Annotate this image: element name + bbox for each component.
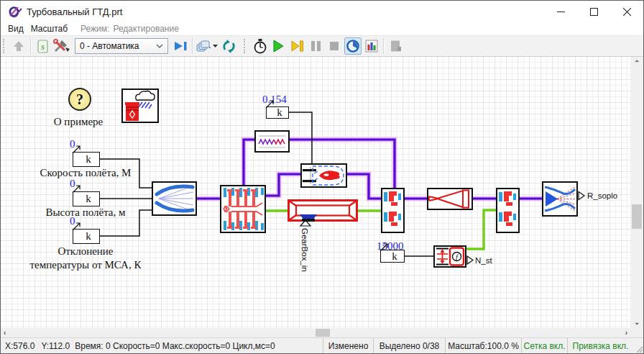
status-snap-toggle[interactable]: Привязка вкл. bbox=[567, 338, 633, 353]
run-button[interactable] bbox=[270, 37, 287, 55]
const-speed-label: Скорость полёта, М bbox=[28, 167, 143, 179]
horizontal-scrollbar-thumb[interactable] bbox=[316, 329, 330, 337]
const-temp-block[interactable]: k bbox=[73, 229, 100, 244]
k-symbol: k bbox=[86, 153, 91, 165]
mode-label: Режим: bbox=[80, 24, 109, 34]
stop-button[interactable] bbox=[326, 37, 343, 55]
const-speed-block[interactable]: k bbox=[73, 152, 100, 167]
intake-block[interactable] bbox=[152, 181, 197, 216]
script-button[interactable]: s bbox=[34, 37, 51, 55]
vertical-scrollbar-thumb[interactable] bbox=[632, 204, 642, 229]
load-icon: f bbox=[435, 247, 465, 266]
scroll-left-icon[interactable]: ‹ bbox=[4, 330, 6, 337]
scroll-up-icon[interactable]: ⌃ bbox=[634, 60, 640, 67]
load-block[interactable]: f bbox=[433, 245, 466, 268]
const-temp-label-1: Отклонение bbox=[28, 245, 143, 258]
mode-value[interactable]: Редактирование bbox=[113, 24, 178, 34]
chevron-down-icon bbox=[155, 44, 167, 48]
combustor-icon bbox=[302, 165, 346, 186]
label-flag-icon bbox=[70, 144, 82, 154]
scroll-right-icon[interactable]: › bbox=[625, 330, 627, 337]
scrollbar-corner bbox=[630, 328, 643, 337]
compressor-turbine-block[interactable] bbox=[381, 188, 405, 233]
stop-icon bbox=[328, 40, 340, 53]
toolbar-separator bbox=[192, 38, 193, 54]
const-speed-set-block[interactable]: k bbox=[380, 250, 405, 263]
fuel-atmosphere-block[interactable] bbox=[121, 88, 159, 123]
nozzle-block[interactable] bbox=[542, 181, 578, 217]
step-button[interactable] bbox=[288, 37, 305, 55]
gearbox-port-label: GearBox_in bbox=[300, 228, 309, 272]
step-into-button[interactable] bbox=[172, 37, 189, 55]
turbine-icon bbox=[497, 189, 518, 232]
vertical-scrollbar[interactable]: ⌃ ⌄ bbox=[630, 57, 643, 328]
menu-scale[interactable]: Масштаб bbox=[31, 24, 68, 34]
pause-icon bbox=[310, 40, 322, 53]
layers-button[interactable] bbox=[196, 37, 218, 55]
status-sim: Время: 0 Скорость=0 Макс.скорость=0 Цикл… bbox=[75, 341, 275, 351]
menu-view[interactable]: Вид bbox=[8, 24, 24, 34]
resize-grip-icon bbox=[636, 346, 643, 353]
maximize-button[interactable] bbox=[577, 1, 610, 22]
status-x: X:576.0 bbox=[5, 341, 34, 351]
const-alt-label: Высота полёта, м bbox=[28, 206, 143, 219]
stopwatch-button[interactable] bbox=[251, 37, 268, 55]
report-button-disabled[interactable] bbox=[387, 37, 404, 55]
k-symbol: k bbox=[86, 193, 91, 205]
compressor-block[interactable] bbox=[220, 185, 266, 233]
close-button[interactable] bbox=[610, 1, 643, 22]
toolbar: s 0 - Автоматика bbox=[1, 35, 643, 57]
combustor-block[interactable] bbox=[300, 163, 347, 188]
shaft-icon bbox=[287, 199, 359, 222]
app-logo-icon bbox=[8, 5, 22, 18]
resize-grip[interactable] bbox=[633, 338, 643, 353]
svg-text:s: s bbox=[41, 42, 45, 52]
status-grid-toggle[interactable]: Сетка вкл. bbox=[521, 338, 567, 353]
window-title: Турбовальный ГТД.prt bbox=[27, 6, 122, 17]
k-symbol: k bbox=[392, 250, 397, 263]
mode-select-value: 0 - Автоматика bbox=[75, 41, 155, 51]
compressor-icon bbox=[221, 186, 264, 232]
refresh-button[interactable] bbox=[220, 37, 237, 55]
tools-button[interactable] bbox=[52, 37, 71, 55]
scroll-down-icon[interactable]: ⌄ bbox=[634, 319, 640, 326]
horizontal-scrollbar[interactable]: ‹ › bbox=[1, 328, 630, 337]
duct-block[interactable] bbox=[427, 188, 473, 210]
minimize-icon bbox=[557, 8, 565, 16]
const-alt-block[interactable]: k bbox=[73, 191, 100, 206]
refresh-icon bbox=[221, 39, 236, 54]
plot-icon bbox=[256, 132, 288, 151]
mode-select[interactable]: 0 - Автоматика bbox=[75, 38, 168, 54]
power-turbine-block[interactable] bbox=[496, 188, 520, 233]
toolbar-grip[interactable] bbox=[3, 39, 7, 53]
n-st-port-label: N_st bbox=[475, 256, 492, 265]
toolbar-separator bbox=[30, 38, 31, 54]
schematic-canvas[interactable]: ? О примере 0 k Скорость полёта, М 0 bbox=[1, 57, 630, 328]
duct-icon bbox=[428, 189, 472, 209]
plot-block[interactable] bbox=[254, 130, 290, 153]
minimize-button[interactable] bbox=[544, 1, 577, 22]
const-fuel-block[interactable]: k bbox=[266, 106, 289, 119]
up-level-button[interactable] bbox=[10, 37, 27, 55]
label-flag-icon bbox=[264, 99, 275, 109]
label-flag-icon bbox=[70, 183, 82, 194]
status-modified: Изменено bbox=[323, 338, 373, 353]
toolbar-grip[interactable] bbox=[244, 39, 248, 53]
turbine-icon bbox=[382, 189, 403, 232]
const-temp-label-2: температуры от МСА, К bbox=[14, 259, 157, 271]
pause-button[interactable] bbox=[307, 37, 324, 55]
step-forward-icon bbox=[290, 39, 304, 53]
report-icon bbox=[388, 39, 402, 53]
nozzle-icon bbox=[543, 183, 576, 215]
realtime-clock-toggle[interactable] bbox=[344, 37, 362, 55]
stopwatch-icon bbox=[252, 38, 267, 54]
status-left: X:576.0 Y:112.0 Время: 0 Скорость=0 Макс… bbox=[1, 341, 323, 351]
label-flag-icon bbox=[70, 221, 82, 231]
play-icon bbox=[272, 39, 285, 53]
layers-icon bbox=[196, 39, 213, 53]
chart-button[interactable] bbox=[363, 37, 380, 55]
script-icon: s bbox=[36, 39, 50, 54]
application-window: Турбовальный ГТД.prt Вид Масштаб Режим: … bbox=[0, 0, 644, 354]
help-block[interactable]: ? bbox=[68, 88, 91, 111]
shaft-block[interactable] bbox=[287, 199, 359, 222]
